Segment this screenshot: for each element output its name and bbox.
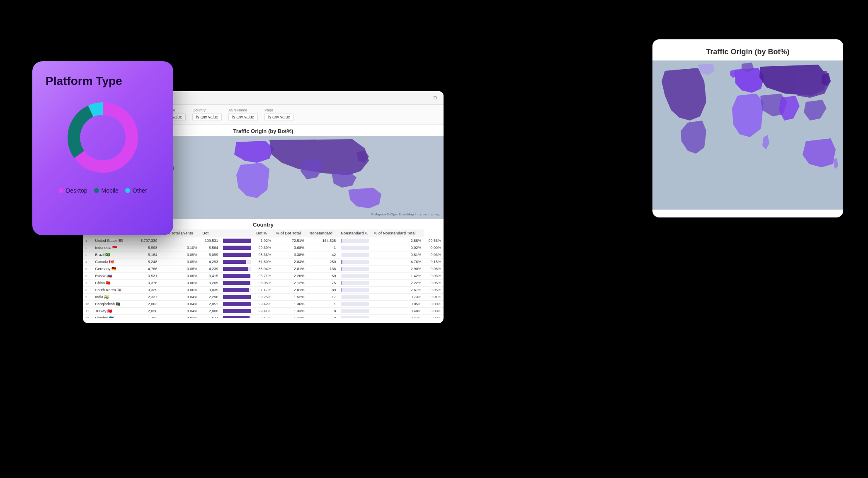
row-pct-ns-total: 99.56% bbox=[424, 237, 444, 244]
row-nonstandard: 8 bbox=[307, 308, 338, 315]
row-pct-bot-total: 72.51% bbox=[274, 237, 307, 244]
country-filter: Country is any value bbox=[192, 108, 222, 121]
row-nonstandard: 138 bbox=[307, 266, 338, 273]
row-ns-pct: 2.22% bbox=[371, 280, 424, 287]
table-row: 5 Germany 🇩🇪 4,766 0.08% 4,239 88.94% 2.… bbox=[83, 266, 444, 273]
mobile-label: Mobile bbox=[102, 187, 119, 194]
row-pct-ns-total: 0.01% bbox=[424, 294, 444, 301]
row-num: 2 bbox=[83, 244, 92, 251]
legend-mobile: Mobile bbox=[94, 187, 119, 194]
donut-chart bbox=[46, 96, 160, 179]
mobile-dot bbox=[94, 188, 99, 193]
row-pct-bot-total: 2.12% bbox=[274, 280, 307, 287]
row-pct-bot-total: 2.26% bbox=[274, 273, 307, 280]
row-ns-pct: 2.67% bbox=[371, 287, 424, 294]
row-num: 5 bbox=[83, 266, 92, 273]
row-pct-bot-total: 1.11% bbox=[274, 315, 307, 319]
page-label: Page bbox=[264, 108, 294, 112]
country-select[interactable]: is any value bbox=[192, 113, 222, 121]
row-country: Ukraine 🇺🇦 bbox=[92, 315, 129, 319]
row-bot-bar bbox=[221, 266, 254, 273]
table-row: 9 India 🇮🇳 2,337 0.04% 2,296 98.25% 1.52… bbox=[83, 294, 444, 301]
row-bot-pct: 99.39% bbox=[254, 244, 274, 251]
table-row: 11 Turkey 🇹🇷 2,020 0.04% 2,008 99.41% 1.… bbox=[83, 308, 444, 315]
row-pct-ns-total: 0.05% bbox=[424, 287, 444, 294]
row-bot: 2,051 bbox=[200, 301, 221, 308]
traffic-origin-card: Traffic Origin (by Bot%) bbox=[652, 39, 843, 217]
asn-name-filter: ASN Name is any value bbox=[228, 108, 258, 121]
row-pct-total: 0.04% bbox=[160, 308, 200, 315]
asn-name-select[interactable]: is any value bbox=[228, 113, 258, 121]
row-pct-ns-total: 0.03% bbox=[424, 273, 444, 280]
row-total-events: 3,376 bbox=[130, 280, 160, 287]
table-row: 2 Indonesia 🇮🇩 5,998 0.10% 5,564 99.39% … bbox=[83, 244, 444, 251]
row-bot-bar bbox=[221, 301, 254, 308]
table-row: 10 Bangladesh 🇧🇩 2,063 0.04% 2,051 99.42… bbox=[83, 301, 444, 308]
asn-name-value: is any value bbox=[232, 115, 254, 119]
country-value: is any value bbox=[196, 115, 218, 119]
row-country: Indonesia 🇮🇩 bbox=[92, 244, 129, 251]
row-nonstandard: 17 bbox=[307, 294, 338, 301]
row-ns-pct: 0.73% bbox=[371, 294, 424, 301]
row-total-events: 1,793 bbox=[130, 315, 160, 319]
col-bot-bar bbox=[221, 229, 254, 237]
traffic-card-title: Traffic Origin (by Bot%) bbox=[652, 39, 843, 60]
row-bot-pct: 98.47% bbox=[254, 315, 274, 319]
row-nonstandard: 1 bbox=[307, 301, 338, 308]
table-row: 7 China 🇨🇳 3,376 0.06% 3,205 95.05% 2.12… bbox=[83, 280, 444, 287]
row-bot-pct: 99.42% bbox=[254, 301, 274, 308]
row-ns-pct: 0.05% bbox=[371, 301, 424, 308]
legend-other: Other bbox=[125, 187, 147, 194]
traffic-map-area bbox=[652, 60, 843, 210]
row-bot-bar bbox=[221, 244, 254, 251]
row-pct-ns-total: 0.15% bbox=[424, 258, 444, 266]
country-table: Country Total Events % of Total Events B… bbox=[83, 229, 444, 318]
row-bot-bar bbox=[221, 308, 254, 315]
row-num: 11 bbox=[83, 308, 92, 315]
row-country: India 🇮🇳 bbox=[92, 294, 129, 301]
row-nonstandard: 8 bbox=[307, 315, 338, 319]
row-pct-total: 0.09% bbox=[160, 258, 200, 266]
row-ns-pct: 4.76% bbox=[371, 258, 424, 266]
table-row: 3 Brazil 🇧🇷 5,184 0.09% 5,099 98.36% 3.3… bbox=[83, 251, 444, 258]
page-filter: Page is any value bbox=[264, 108, 294, 121]
row-country: Turkey 🇹🇷 bbox=[92, 308, 129, 315]
row-country: Brazil 🇧🇷 bbox=[92, 251, 129, 258]
row-bot-bar bbox=[221, 251, 254, 258]
row-total-events: 4,766 bbox=[130, 266, 160, 273]
col-bot[interactable]: Bot bbox=[200, 229, 221, 237]
row-nonstandard: 1 bbox=[307, 244, 338, 251]
row-pct-total bbox=[160, 237, 200, 244]
row-pct-total: 0.03% bbox=[160, 315, 200, 319]
row-total-events: 2,020 bbox=[130, 308, 160, 315]
row-pct-total: 0.08% bbox=[160, 266, 200, 273]
table-row: 6 Russia 🇷🇺 3,531 0.06% 3,415 96.71% 2.2… bbox=[83, 273, 444, 280]
row-ns-bar bbox=[338, 287, 371, 294]
row-num: 4 bbox=[83, 258, 92, 266]
col-pct-ns-total[interactable]: % of Nonstandard Total bbox=[371, 229, 424, 237]
row-ns-bar bbox=[338, 266, 371, 273]
col-nonstandard[interactable]: Nonstandard bbox=[307, 229, 338, 237]
row-bot: 2,008 bbox=[200, 308, 221, 315]
row-pct-bot-total: 1.33% bbox=[274, 308, 307, 315]
row-pct-total: 0.10% bbox=[160, 244, 200, 251]
other-label: Other bbox=[133, 187, 147, 194]
row-bot: 5,564 bbox=[200, 244, 221, 251]
desktop-label: Desktop bbox=[66, 187, 87, 194]
col-pct-bot-total[interactable]: % of Bot Total bbox=[274, 229, 307, 237]
row-ns-bar bbox=[338, 251, 371, 258]
row-ns-bar bbox=[338, 301, 371, 308]
page-select[interactable]: is any value bbox=[264, 113, 294, 121]
col-bot-pct[interactable]: Bot % bbox=[254, 229, 274, 237]
row-pct-total: 0.06% bbox=[160, 273, 200, 280]
row-total-events: 2,337 bbox=[130, 294, 160, 301]
row-ns-pct: 2.90% bbox=[371, 266, 424, 273]
row-bot: 3,415 bbox=[200, 273, 221, 280]
other-dot bbox=[125, 188, 130, 193]
row-country: China 🇨🇳 bbox=[92, 280, 129, 287]
desktop-dot bbox=[58, 188, 63, 193]
col-ns-pct[interactable]: Nonstandard % bbox=[338, 229, 371, 237]
row-pct-ns-total: 0.00% bbox=[424, 301, 444, 308]
row-bot-pct: 1.92% bbox=[254, 237, 274, 244]
row-bot: 5,099 bbox=[200, 251, 221, 258]
